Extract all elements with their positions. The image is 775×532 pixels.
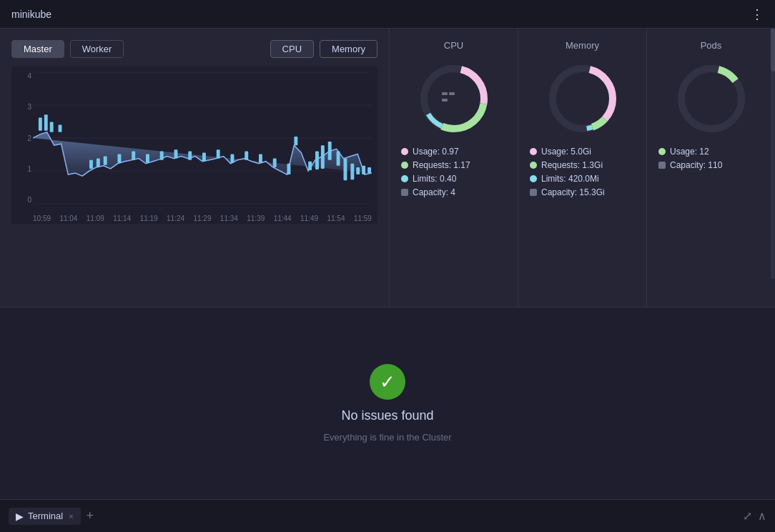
memory-usage-row: Usage: 5.0Gi [530,147,635,157]
svg-rect-5 [39,117,42,130]
x-label-7: 11:34 [220,215,238,222]
svg-rect-23 [273,159,277,167]
y-label-2: 2 [11,134,31,142]
svg-rect-28 [321,145,325,169]
x-label-9: 11:44 [274,215,292,222]
memory-capacity-dot [530,189,537,196]
chart-area: 4 3 2 1 0 [11,66,377,224]
no-issues-title: No issues found [341,408,433,423]
pods-capacity-dot [658,162,666,169]
memory-donut-svg [543,59,622,138]
pods-donut-svg [672,59,751,138]
svg-rect-6 [44,114,48,130]
y-label-4: 4 [11,72,31,80]
header: minikube ⋮ [0,0,775,29]
svg-rect-11 [104,157,107,165]
cpu-capacity-row: Capacity: 4 [401,187,506,197]
y-label-0: 0 [11,196,31,204]
svg-rect-7 [50,122,54,132]
svg-rect-40 [442,92,448,95]
right-panels: CPU [390,29,775,307]
svg-rect-10 [97,159,100,167]
cpu-stats: Usage: 0.97 Requests: 1.17 Limits: 0.40 … [401,147,506,201]
content-area: Master Worker CPU Memory 4 3 2 1 0 [0,29,775,499]
pods-capacity-label: Capacity: 110 [670,160,722,170]
terminal-prompt-icon: ▶ [16,511,24,522]
cpu-requests-label: Requests: 1.17 [413,160,470,170]
svg-rect-13 [132,151,135,159]
svg-rect-31 [344,159,347,181]
pods-stats: Usage: 12 Capacity: 110 [658,147,764,174]
pods-usage-label: Usage: 12 [670,147,709,157]
x-label-0: 10:59 [33,215,51,222]
memory-donut [543,59,622,138]
terminal-bar: ▶ Terminal × + ⤢ ∧ [0,499,775,532]
terminal-expand-icon[interactable]: ⤢ [743,509,752,523]
memory-button[interactable]: Memory [320,40,377,58]
memory-usage-label: Usage: 5.0Gi [541,147,591,157]
svg-rect-20 [231,154,235,162]
x-label-3: 11:14 [113,215,131,222]
x-label-1: 11:04 [59,215,77,222]
x-label-6: 11:29 [193,215,211,222]
pods-usage-row: Usage: 12 [658,147,764,157]
scrollbar[interactable] [771,29,775,279]
cpu-donut-svg [415,59,493,138]
memory-stats: Usage: 5.0Gi Requests: 1.3Gi Limits: 420… [530,147,635,201]
svg-rect-41 [449,92,455,95]
memory-limits-dot [530,175,537,182]
svg-rect-24 [287,164,291,174]
terminal-right-controls: ⤢ ∧ [743,509,766,523]
svg-rect-14 [146,154,149,162]
memory-metric-panel: Memory Usage: 5.0Gi [518,29,647,307]
tab-bar: Master Worker CPU Memory [11,40,377,58]
x-label-12: 11:59 [354,215,372,222]
cpu-limits-dot [401,175,408,182]
x-label-10: 11:49 [300,215,318,222]
pods-capacity-row: Capacity: 110 [658,160,764,170]
memory-panel-title: Memory [530,40,635,51]
svg-rect-30 [337,151,340,165]
svg-rect-8 [59,125,62,132]
cpu-donut [415,59,493,138]
master-tab[interactable]: Master [11,40,64,58]
cpu-usage-label: Usage: 0.97 [413,147,459,157]
pods-metric-panel: Pods Usage: 12 Capacity: 11 [647,29,775,307]
cpu-capacity-dot [401,189,408,196]
memory-capacity-label: Capacity: 15.3Gi [541,187,605,197]
cpu-metric-panel: CPU [390,29,518,307]
svg-rect-25 [294,137,297,145]
memory-requests-label: Requests: 1.3Gi [541,160,603,170]
svg-rect-27 [315,151,319,169]
memory-requests-dot [530,162,537,169]
app-title: minikube [11,9,51,20]
x-label-8: 11:39 [247,215,265,222]
terminal-tab[interactable]: ▶ Terminal × [9,508,81,525]
svg-rect-18 [202,152,206,161]
cpu-button[interactable]: CPU [270,40,314,58]
scrollbar-thumb[interactable] [771,29,775,72]
svg-rect-19 [217,149,220,158]
memory-capacity-row: Capacity: 15.3Gi [530,187,635,197]
terminal-close-icon[interactable]: × [69,512,73,521]
chart-panel: Master Worker CPU Memory 4 3 2 1 0 [0,29,390,307]
terminal-add-icon[interactable]: + [87,508,94,523]
x-label-5: 11:24 [167,215,184,222]
terminal-chevron-icon[interactable]: ∧ [758,509,766,523]
no-issues-subtitle: Everything is fine in the Cluster [323,432,451,443]
svg-rect-21 [245,151,248,159]
svg-rect-15 [160,151,164,159]
checkmark-icon: ✓ [380,371,395,393]
terminal-label: Terminal [28,511,63,521]
svg-rect-32 [350,164,354,179]
menu-icon[interactable]: ⋮ [751,6,764,22]
success-icon: ✓ [370,364,405,400]
pods-panel-title: Pods [658,40,764,51]
y-label-1: 1 [11,165,31,173]
pods-donut [672,59,751,138]
cpu-requests-dot [401,162,408,169]
cpu-limits-label: Limits: 0.40 [413,174,456,184]
svg-rect-9 [89,160,93,169]
svg-rect-33 [356,167,360,174]
worker-tab[interactable]: Worker [70,40,124,58]
